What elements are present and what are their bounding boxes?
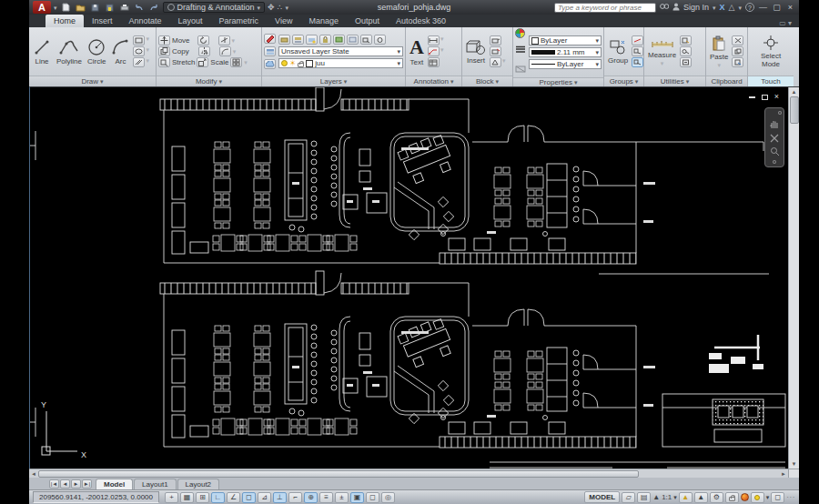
toolbar-lock-icon[interactable] [725,492,739,503]
modify-panel-label[interactable]: Modify▾ [157,76,261,86]
transparency-icon[interactable] [515,60,526,76]
workspace-switcher[interactable]: Drafting & Annotation ▾ [163,2,266,13]
rotate-icon[interactable] [197,35,209,45]
stretch-icon[interactable] [158,57,170,67]
layer-isolate-icon[interactable] [292,35,304,45]
quick-properties-toggle[interactable]: ▣ [350,492,364,503]
sign-in-link[interactable]: Sign In [683,3,709,12]
line-button[interactable]: Line [31,38,53,66]
autodesk360-icon[interactable]: △ [729,4,735,12]
circle-button[interactable]: Circle [86,38,107,66]
layer-off-icon[interactable] [278,35,290,45]
next-layout-icon[interactable]: ► [71,479,81,489]
arc-button[interactable]: Arc [109,38,131,66]
save-icon[interactable] [89,2,102,13]
text-button[interactable]: A Text [408,37,426,66]
save-as-icon[interactable] [104,2,116,13]
vertical-scroll-thumb[interactable] [790,96,799,124]
id-point-icon[interactable] [680,57,692,67]
workspace-gear-icon[interactable]: ⚙ [710,492,723,503]
search-binoculars-icon[interactable] [660,3,669,12]
resize-grip[interactable]: ∙∙∙ [786,493,795,501]
table-icon[interactable] [428,57,440,67]
close-button[interactable]: × [785,3,795,12]
ungroup-icon[interactable] [632,35,643,45]
move-icon[interactable] [158,35,170,45]
horizontal-scrollbar[interactable]: ◄ ► [29,469,799,478]
array-icon[interactable] [230,57,242,67]
status-menu-chevron-icon[interactable]: ▾ [766,494,770,500]
group-button[interactable]: Group [606,39,630,65]
polar-tracking-toggle[interactable]: ∠ [227,492,240,503]
draw-panel-label[interactable]: Draw▾ [29,76,156,86]
layer-walk-icon[interactable] [360,35,372,45]
search-input[interactable] [554,3,656,13]
fillet-icon[interactable] [219,46,231,56]
layer-lock-icon[interactable] [319,35,331,45]
layer-cloud-icon[interactable] [264,59,276,69]
tab-layout[interactable]: Layout [170,15,211,27]
layer-properties-icon[interactable] [264,34,276,44]
help-icon[interactable]: ? [745,3,754,12]
scroll-up-icon[interactable]: ▲ [792,87,797,96]
drawing-close-icon[interactable]: × [774,93,779,101]
zoom-magnifier-icon[interactable] [770,146,780,156]
measure-button[interactable]: Measure ▾ [646,37,678,66]
quick-select-icon[interactable] [680,35,692,45]
object-color-dropdown[interactable]: ByLayer▾ [529,35,602,45]
exchange-apps-icon[interactable]: X [720,4,725,12]
tab-home[interactable]: Home [46,15,84,27]
quick-calc-icon[interactable] [680,46,692,56]
layer-settings-icon[interactable] [374,35,386,45]
tab-layout2[interactable]: Layout2 [177,479,219,489]
tab-model[interactable]: Model [96,479,133,489]
3d-object-snap-toggle[interactable]: ⊿ [258,492,271,503]
select-mode-button[interactable]: Select Mode [750,35,792,68]
copy-clip-icon[interactable] [732,46,743,56]
scale-label[interactable]: Scale [210,58,228,66]
layer-thaw-icon[interactable] [347,35,359,45]
drawing-canvas[interactable]: Y X × ▲ ▼ [29,86,799,469]
layer-freeze-sun-icon[interactable]: ☀ [289,60,296,67]
dimension-icon[interactable] [428,35,440,45]
ribbon-minimize-icon[interactable]: ▭ ▾ [779,19,792,27]
navbar-wheel-icon[interactable] [778,111,782,115]
restore-button[interactable]: ▢ [772,3,782,12]
minimize-button[interactable]: — [758,3,768,12]
infer-constraints-toggle[interactable]: + [165,492,178,503]
create-block-icon[interactable] [490,35,501,45]
object-snap-tracking-toggle[interactable]: ⊥ [273,492,287,503]
isolate-objects-icon[interactable] [751,492,764,503]
lineweight-list-icon[interactable] [515,41,526,57]
annotation-scale-value[interactable]: 1:1 [662,493,672,501]
new-file-icon[interactable] [60,2,73,13]
chevron-down-icon[interactable]: ▾ [673,494,677,500]
plot-icon[interactable] [118,2,131,13]
block-attributes-icon[interactable] [490,57,501,67]
vertical-scrollbar[interactable]: ▲ ▼ [788,87,799,469]
mirror-icon[interactable] [198,46,210,56]
prev-layout-icon[interactable]: ◄ [60,479,70,489]
paste-button[interactable]: Paste ▾ [708,35,730,68]
layer-on-icon[interactable] [333,35,345,45]
annotation-visibility-icon[interactable]: ▲ [679,492,693,503]
dynamic-ucs-toggle[interactable]: ⌐ [288,492,302,503]
dynamic-input-toggle[interactable]: ⊕ [304,492,318,503]
layer-dropdown[interactable]: ☀ juu ▾ [278,58,403,68]
app-menu-chevron-icon[interactable]: ▾ [54,5,57,11]
annotation-panel-label[interactable]: Annotation▾ [406,76,461,86]
tab-view[interactable]: View [267,15,300,27]
linetype-dropdown[interactable]: ByLayer▾ [529,59,602,69]
hand-tool-icon[interactable]: ✥ [268,4,275,12]
scale-icon[interactable] [197,57,208,67]
scroll-down-icon[interactable]: ▼ [792,459,797,469]
trim-icon[interactable] [218,35,230,45]
rectangle-tool-icon[interactable] [133,35,145,45]
lineweight-display-toggle[interactable]: ≡ [319,492,333,503]
hatch-tool-icon[interactable] [133,57,145,67]
tab-autodesk360[interactable]: Autodesk 360 [388,15,454,27]
leader-icon[interactable] [428,46,440,56]
paste-special-icon[interactable] [732,57,743,67]
grid-display-toggle[interactable]: ⊞ [196,492,209,503]
layer-state-dropdown[interactable]: Unsaved Layer State▾ [278,46,403,56]
